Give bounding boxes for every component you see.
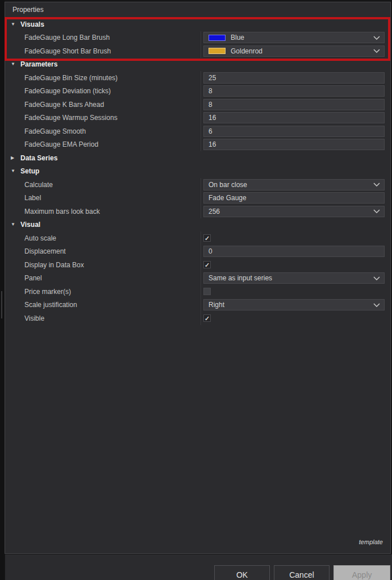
title-bar[interactable]: Properties [5,2,390,18]
dropdown-value: Same as input series [208,274,272,282]
check-icon: ✓ [205,235,210,241]
property-grid: ▼ Visuals FadeGauge Long Bar Brush Blue … [5,18,390,325]
input-value: 0 [208,247,212,255]
section-label: Setup [20,167,39,175]
triangle-expanded-icon[interactable]: ▼ [11,222,16,227]
prop-label: FadeGauge Long Bar Brush [24,34,110,42]
prop-label: Panel [24,274,42,282]
section-data-series[interactable]: ▶ Data Series [5,151,390,165]
triangle-expanded-icon[interactable]: ▼ [11,22,16,27]
warmup-sessions-input[interactable]: 16 [203,112,385,123]
color-swatch-goldenrod [208,48,226,54]
section-parameters[interactable]: ▼ Parameters [5,58,390,72]
input-value: 6 [208,127,212,135]
section-visuals[interactable]: ▼ Visuals [5,18,390,31]
smooth-input[interactable]: 6 [203,126,385,137]
row-ema-period: FadeGauge EMA Period 16 [5,138,390,152]
row-displacement: Displacement 0 [5,245,390,259]
row-panel: Panel Same as input series [5,272,390,285]
prop-label: Auto scale [24,234,56,242]
input-value: Fade Gauge [208,194,247,202]
prop-label: FadeGauge Smooth [24,127,86,135]
prop-label: Label [24,194,41,202]
row-display-in-data-box: Display in Data Box ✓ [5,258,390,272]
dropdown-value: Blue [231,34,244,42]
row-bin-size: FadeGauge Bin Size (minutes) 25 [5,71,390,85]
row-calculate: Calculate On bar close [5,178,390,192]
color-swatch-blue [208,35,226,41]
auto-scale-checkbox[interactable]: ✓ [203,234,211,242]
panel-dropdown[interactable]: Same as input series [203,272,385,284]
prop-label: FadeGauge Deviation (ticks) [24,87,111,95]
prop-label: Price marker(s) [24,288,71,296]
prop-label: Calculate [24,181,53,189]
visible-checkbox[interactable]: ✓ [203,314,211,322]
bin-size-input[interactable]: 25 [203,72,385,84]
properties-window: Properties ▼ Visuals FadeGauge Long Bar … [0,0,392,580]
row-k-bars-ahead: FadeGauge K Bars Ahead 8 [5,98,390,111]
properties-panel: Properties ▼ Visuals FadeGauge Long Bar … [5,2,391,554]
row-deviation: FadeGauge Deviation (ticks) 8 [5,85,390,98]
prop-label: FadeGauge K Bars Ahead [24,101,104,109]
prop-label: Display in Data Box [24,261,84,269]
scale-justification-dropdown[interactable]: Right [203,299,385,310]
k-bars-ahead-input[interactable]: 8 [203,99,385,110]
prop-label: Scale justification [24,301,77,309]
max-bars-dropdown[interactable]: 256 [203,206,385,217]
displacement-input[interactable]: 0 [203,246,385,257]
section-label: Visual [20,221,40,229]
section-visual[interactable]: ▼ Visual [5,218,390,232]
check-icon: ✓ [205,316,210,321]
prop-label: FadeGauge Warmup Sessions [24,114,118,122]
template-link[interactable]: template [359,538,383,545]
check-icon: ✓ [205,262,210,268]
section-label: Parameters [20,60,57,68]
dialog-footer: OK Cancel Apply [5,554,392,580]
triangle-expanded-icon[interactable]: ▼ [11,62,16,67]
window-edge-handle [1,291,2,318]
row-warmup-sessions: FadeGauge Warmup Sessions 16 [5,111,390,125]
row-auto-scale: Auto scale ✓ [5,231,390,245]
dropdown-value: Goldenrod [231,47,262,55]
dropdown-value: On bar close [208,181,247,189]
ema-period-input[interactable]: 16 [203,139,385,150]
prop-label: Visible [24,314,44,322]
row-scale-justification: Scale justification Right [5,299,390,312]
dropdown-value: 256 [208,208,220,216]
chevron-down-icon [373,36,380,40]
row-smooth: FadeGauge Smooth 6 [5,125,390,138]
triangle-collapsed-icon[interactable]: ▶ [11,156,16,160]
input-value: 8 [208,101,212,109]
prop-label: FadeGauge Bin Size (minutes) [24,74,118,82]
prop-label: Displacement [24,247,66,255]
chevron-down-icon [373,303,380,307]
chevron-down-icon [373,183,380,187]
row-visible: Visible ✓ [5,312,390,325]
input-value: 8 [208,87,212,95]
short-bar-brush-dropdown[interactable]: Goldenrod [203,45,385,57]
section-setup[interactable]: ▼ Setup [5,165,390,179]
chevron-down-icon [373,49,380,53]
prop-label: FadeGauge Short Bar Brush [24,47,111,55]
cancel-button[interactable]: Cancel [274,565,330,580]
deviation-input[interactable]: 8 [203,85,385,97]
price-markers-checkbox[interactable] [203,288,211,295]
label-input[interactable]: Fade Gauge [203,192,385,204]
apply-button[interactable]: Apply [333,565,390,580]
chevron-down-icon [373,209,380,213]
input-value: 16 [208,140,216,148]
calculate-dropdown[interactable]: On bar close [203,179,385,190]
page-title: Properties [12,6,44,14]
window-left-edge [0,0,5,580]
prop-label: FadeGauge EMA Period [24,140,98,148]
long-bar-brush-dropdown[interactable]: Blue [203,32,385,43]
chevron-down-icon [373,276,380,280]
data-box-checkbox[interactable]: ✓ [203,261,211,268]
section-label: Visuals [20,20,44,28]
input-value: 16 [208,114,216,122]
prop-label: Maximum bars look back [24,208,100,216]
row-label: Label Fade Gauge [5,192,390,205]
triangle-expanded-icon[interactable]: ▼ [11,169,16,173]
row-short-bar-brush: FadeGauge Short Bar Brush Goldenrod [5,44,390,58]
ok-button[interactable]: OK [214,565,270,580]
